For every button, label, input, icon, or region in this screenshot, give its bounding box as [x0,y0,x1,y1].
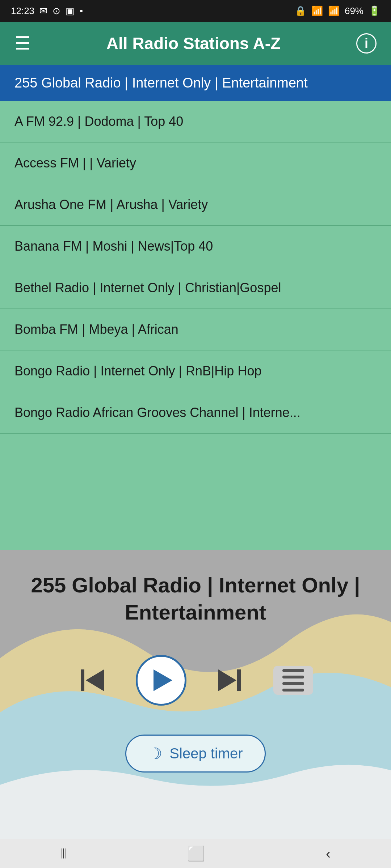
play-icon [154,669,172,691]
svg-rect-1 [81,669,84,691]
player-controls [78,655,313,706]
svg-marker-4 [218,669,236,691]
list-item[interactable]: Bongo Radio African Grooves Channel | In… [0,392,391,434]
list-item[interactable]: Banana FM | Moshi | News|Top 40 [0,226,391,267]
wifi-icon: 📶 [311,5,323,17]
info-button[interactable]: i [356,33,377,54]
back-button[interactable]: ‹ [326,846,331,862]
dot-indicator: • [80,5,83,17]
status-right: 🔒 📶 📶 69% 🔋 [295,5,380,17]
list-line-2 [282,676,304,678]
whatsapp-icon: ⊙ [52,5,60,17]
recent-apps-button[interactable]: ⦀ [60,845,67,862]
moon-icon: ☽ [148,744,162,763]
list-item[interactable]: Arusha One FM | Arusha | Variety [0,184,391,226]
clock: 12:23 [11,5,34,17]
sleep-timer-label: Sleep timer [169,745,243,762]
device-icon: ▣ [66,5,75,17]
email-icon: ✉ [39,5,47,17]
station-list: A FM 92.9 | Dodoma | Top 40 Access FM | … [0,101,391,434]
list-line-1 [282,669,304,672]
player-section: 255 Global Radio | Internet Only |Entert… [0,550,391,839]
list-item[interactable]: Bomba FM | Mbeya | African [0,309,391,350]
status-bar: 12:23 ✉ ⊙ ▣ • 🔒 📶 📶 69% 🔋 [0,0,391,22]
player-station-name: 255 Global Radio | Internet Only |Entert… [9,571,382,626]
previous-button[interactable] [78,666,107,695]
menu-button[interactable]: ☰ [14,33,31,54]
active-station-bar[interactable]: 255 Global Radio | Internet Only | Enter… [0,65,391,101]
active-station-label: 255 Global Radio | Internet Only | Enter… [14,75,308,90]
list-line-3 [282,682,304,685]
svg-rect-5 [237,669,241,691]
list-item[interactable]: Access FM | | Variety [0,142,391,184]
list-button[interactable] [273,666,313,695]
lock-icon: 🔒 [295,5,306,17]
sleep-timer-button[interactable]: ☽ Sleep timer [125,735,265,773]
battery-text: 69% [345,5,363,17]
home-button[interactable]: ⬜ [187,845,205,862]
battery-icon: 🔋 [369,5,380,17]
status-left: 12:23 ✉ ⊙ ▣ • [11,5,83,17]
svg-marker-2 [86,669,104,691]
signal-icon: 📶 [328,5,340,17]
list-line-4 [282,689,304,692]
play-button[interactable] [136,655,186,706]
page-title: All Radio Stations A-Z [106,34,281,53]
list-item[interactable]: Bongo Radio | Internet Only | RnB|Hip Ho… [0,350,391,392]
list-item[interactable]: A FM 92.9 | Dodoma | Top 40 [0,101,391,142]
bottom-nav-bar: ⦀ ⬜ ‹ [0,839,391,868]
player-content: 255 Global Radio | Internet Only |Entert… [0,550,391,839]
next-button[interactable] [215,666,244,695]
list-item[interactable]: Bethel Radio | Internet Only | Christian… [0,267,391,309]
app-header: ☰ All Radio Stations A-Z i [0,22,391,65]
